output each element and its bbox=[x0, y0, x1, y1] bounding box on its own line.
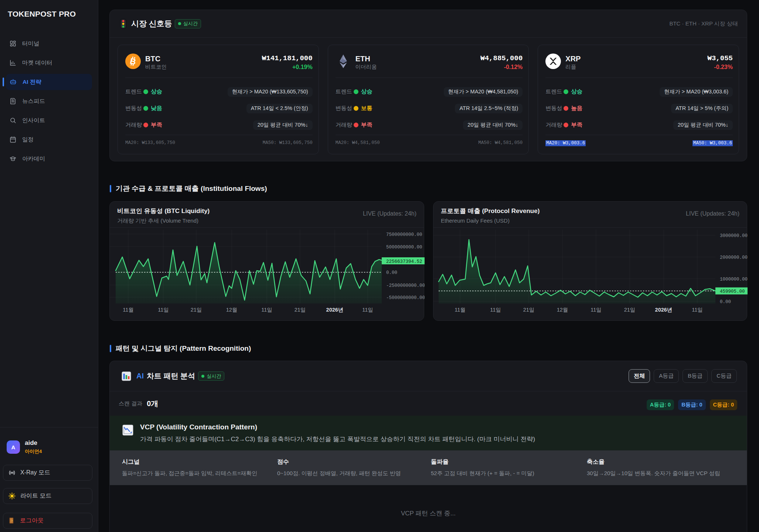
svg-text:21일: 21일 bbox=[624, 307, 636, 313]
svg-text:11일: 11일 bbox=[590, 307, 602, 313]
svg-text:11월: 11월 bbox=[123, 307, 134, 313]
svg-text:11일: 11일 bbox=[692, 307, 703, 313]
svg-text:0.00: 0.00 bbox=[720, 299, 731, 305]
svg-text:11일: 11일 bbox=[362, 307, 373, 313]
svg-text:2256637394.52: 2256637394.52 bbox=[386, 259, 422, 264]
svg-text:2026년: 2026년 bbox=[326, 307, 344, 313]
svg-text:0.00: 0.00 bbox=[386, 270, 397, 275]
svg-text:-2500000000.00: -2500000000.00 bbox=[386, 283, 425, 288]
svg-text:1000000.00: 1000000.00 bbox=[720, 277, 748, 282]
svg-text:21일: 21일 bbox=[295, 307, 306, 313]
svg-text:3000000.00: 3000000.00 bbox=[720, 233, 748, 238]
svg-text:11일: 11일 bbox=[261, 307, 272, 313]
svg-text:5000000000.00: 5000000000.00 bbox=[386, 245, 422, 250]
svg-text:-5000000000.00: -5000000000.00 bbox=[386, 295, 425, 301]
svg-text:7500000000.00: 7500000000.00 bbox=[386, 232, 422, 237]
svg-text:11일: 11일 bbox=[490, 307, 501, 313]
svg-text:2026년: 2026년 bbox=[655, 307, 673, 313]
svg-text:2000000.00: 2000000.00 bbox=[720, 255, 748, 260]
svg-text:21일: 21일 bbox=[191, 307, 202, 313]
svg-text:12월: 12월 bbox=[557, 307, 568, 313]
svg-text:11월: 11월 bbox=[455, 307, 466, 313]
svg-text:21일: 21일 bbox=[523, 307, 535, 313]
svg-text:12월: 12월 bbox=[226, 307, 238, 313]
svg-text:459905.00: 459905.00 bbox=[720, 289, 745, 294]
svg-text:11일: 11일 bbox=[158, 307, 169, 313]
